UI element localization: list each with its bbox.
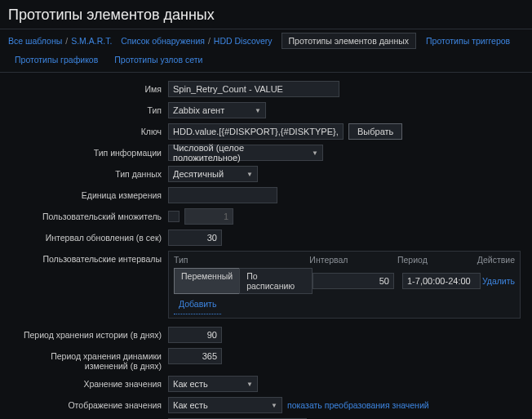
interval-delete-link[interactable]: Удалить — [482, 276, 515, 286]
label-store-value: Хранение значения — [8, 376, 168, 389]
chevron-down-icon: ▼ — [246, 381, 253, 388]
chevron-down-icon: ▼ — [255, 107, 261, 114]
label-info-type: Тип информации — [8, 145, 168, 158]
label-type: Тип — [8, 102, 168, 115]
label-custom-intervals: Пользовательские интервалы — [8, 251, 168, 264]
intervals-head-type: Тип — [174, 255, 309, 265]
multiplier-value-disabled: 1 — [184, 208, 233, 225]
show-value-map-link[interactable]: показать преобразования значений — [287, 400, 429, 410]
interval-period-input[interactable] — [402, 273, 481, 289]
intervals-head-action: Действие — [477, 255, 515, 265]
label-key: Ключ — [8, 123, 168, 136]
label-data-type: Тип данных — [8, 166, 168, 179]
show-value-select[interactable]: Как есть ▼ — [168, 397, 282, 413]
store-value-select[interactable]: Как есть ▼ — [168, 376, 258, 392]
breadcrumb-sep-icon: / — [208, 36, 211, 46]
chevron-down-icon: ▼ — [312, 149, 318, 157]
label-unit: Единица измерения — [8, 187, 168, 200]
breadcrumb-sep-icon: / — [65, 36, 68, 46]
breadcrumb-discovery-list[interactable]: Список обнаружения — [121, 36, 205, 46]
tab-graph-prototypes[interactable]: Прототипы графиков — [8, 52, 104, 67]
breadcrumb-all-templates[interactable]: Все шаблоны — [8, 36, 62, 46]
label-multiplier: Пользовательский множитель — [8, 208, 168, 221]
label-name: Имя — [8, 81, 168, 94]
segment-schedule[interactable]: По расписанию — [239, 268, 313, 294]
page-title: Прототипы элементов данных — [0, 0, 532, 29]
type-select-value: Zabbix агент — [173, 105, 224, 115]
interval-add-link[interactable]: Добавить — [174, 297, 221, 314]
trends-input[interactable] — [168, 348, 222, 364]
intervals-box: Тип Интервал Период Действие Переменный … — [168, 251, 521, 319]
tab-item-prototypes[interactable]: Прототипы элементов данных — [282, 33, 416, 49]
intervals-head-interval: Интервал — [309, 255, 397, 265]
name-input[interactable] — [168, 81, 339, 97]
unit-input[interactable] — [168, 187, 277, 203]
breadcrumb-hdd-discovery[interactable]: HDD Discovery — [214, 36, 273, 46]
type-select[interactable]: Zabbix агент ▼ — [168, 102, 266, 118]
tab-host-prototypes[interactable]: Прототипы узлов сети — [108, 52, 209, 67]
history-input[interactable] — [168, 327, 222, 343]
label-show-value: Отображение значения — [8, 397, 168, 410]
data-type-select[interactable]: Десятичный ▼ — [168, 166, 258, 182]
select-button[interactable]: Выбрать — [348, 123, 402, 140]
interval-type-segment: Переменный По расписанию — [174, 268, 313, 294]
label-update-interval: Интервал обновления (в сек) — [8, 230, 168, 243]
update-interval-input[interactable] — [168, 230, 222, 246]
breadcrumb-smart[interactable]: S.M.A.R.T. — [71, 36, 112, 46]
data-type-value: Десятичный — [173, 169, 224, 179]
key-input[interactable] — [168, 123, 344, 140]
intervals-head-period: Период — [397, 255, 477, 265]
show-value: Как есть — [173, 400, 208, 410]
segment-variable[interactable]: Переменный — [174, 268, 239, 294]
tab-trigger-prototypes[interactable]: Прототипы триггеров — [419, 33, 516, 48]
chevron-down-icon: ▼ — [271, 402, 277, 409]
label-history: Период хранения истории (в днях) — [8, 327, 168, 340]
chevron-down-icon: ▼ — [246, 171, 253, 178]
form: Имя Тип Zabbix агент ▼ Ключ Выбрать Тип … — [0, 73, 532, 419]
label-trends: Период хранения динамики изменений (в дн… — [8, 348, 168, 371]
store-value: Как есть — [173, 379, 208, 389]
multiplier-checkbox[interactable] — [168, 211, 180, 222]
breadcrumb: Все шаблоны / S.M.A.R.T. Список обнаруже… — [0, 29, 532, 73]
interval-value-input[interactable] — [313, 273, 394, 289]
info-type-select[interactable]: Числовой (целое положительное) ▼ — [168, 145, 323, 161]
info-type-value: Числовой (целое положительное) — [173, 143, 307, 163]
